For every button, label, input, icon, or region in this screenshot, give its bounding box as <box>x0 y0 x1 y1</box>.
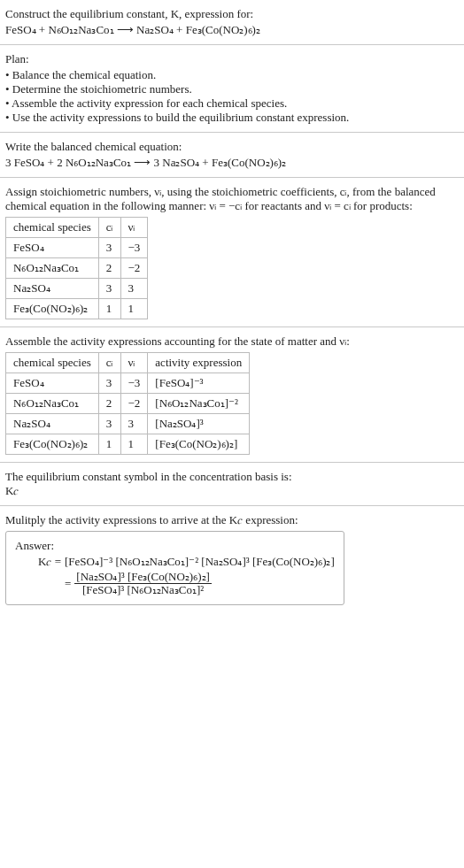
table-row: N₆O₁₂Na₃Co₁ 2 −2 [N₆O₁₂Na₃Co₁]⁻² <box>6 394 250 414</box>
cell-species: FeSO₄ <box>6 238 99 258</box>
equals-sign: = <box>65 577 71 591</box>
table-row: Fe₃(Co(NO₂)₆)₂ 1 1 [Fe₃(Co(NO₂)₆)₂] <box>6 434 250 455</box>
cell-ci: 1 <box>98 434 120 455</box>
answer-section: Mulitply the activity expressions to arr… <box>0 506 464 612</box>
fraction-numerator: [Na₂SO₄]³ [Fe₃(Co(NO₂)₆)₂] <box>74 571 212 584</box>
cell-activity: [Fe₃(Co(NO₂)₆)₂] <box>148 434 250 455</box>
stoich-table: chemical species cᵢ νᵢ FeSO₄ 3 −3 N₆O₁₂N… <box>5 217 148 319</box>
kc-rhs: [FeSO₄]⁻³ [N₆O₁₂Na₃Co₁]⁻² [Na₂SO₄]³ [Fe₃… <box>65 555 335 597</box>
cell-vi: −3 <box>120 238 148 258</box>
plan-title: Plan: <box>5 52 459 66</box>
cell-ci: 3 <box>98 279 120 299</box>
activity-intro: Assemble the activity expressions accoun… <box>5 334 459 349</box>
col-vi: νᵢ <box>120 218 148 238</box>
balanced-section: Write the balanced chemical equation: 3 … <box>0 133 464 178</box>
table-row: N₆O₁₂Na₃Co₁ 2 −2 <box>6 258 148 279</box>
cell-species: Fe₃(Co(NO₂)₆)₂ <box>6 434 99 455</box>
unbalanced-equation: FeSO₄ + N₆O₁₂Na₃Co₁ ⟶ Na₂SO₄ + Fe₃(Co(NO… <box>5 23 459 37</box>
col-vi: νᵢ <box>120 353 148 373</box>
kc-product-form: [FeSO₄]⁻³ [N₆O₁₂Na₃Co₁]⁻² [Na₂SO₄]³ [Fe₃… <box>65 555 335 569</box>
cell-vi: 3 <box>120 279 148 299</box>
col-ci: cᵢ <box>98 218 120 238</box>
plan-list: Balance the chemical equation. Determine… <box>5 68 459 125</box>
cell-species: N₆O₁₂Na₃Co₁ <box>6 394 99 414</box>
cell-ci: 3 <box>98 238 120 258</box>
table-header-row: chemical species cᵢ νᵢ activity expressi… <box>6 353 250 373</box>
activity-section: Assemble the activity expressions accoun… <box>0 327 464 463</box>
table-row: Na₂SO₄ 3 3 [Na₂SO₄]³ <box>6 414 250 434</box>
col-ci: cᵢ <box>98 353 120 373</box>
kc-fraction-row: = [Na₂SO₄]³ [Fe₃(Co(NO₂)₆)₂] [FeSO₄]³ [N… <box>65 571 335 597</box>
table-row: FeSO₄ 3 −3 <box>6 238 148 258</box>
cell-species: FeSO₄ <box>6 373 99 394</box>
col-activity: activity expression <box>148 353 250 373</box>
cell-species: Fe₃(Co(NO₂)₆)₂ <box>6 299 99 319</box>
symbol-intro: The equilibrium constant symbol in the c… <box>5 470 459 484</box>
cell-species: Na₂SO₄ <box>6 279 99 299</box>
cell-species: Na₂SO₄ <box>6 414 99 434</box>
table-row: Fe₃(Co(NO₂)₆)₂ 1 1 <box>6 299 148 319</box>
prompt-section: Construct the equilibrium constant, K, e… <box>0 0 464 45</box>
answer-expression: K𝑐 = [FeSO₄]⁻³ [N₆O₁₂Na₃Co₁]⁻² [Na₂SO₄]³… <box>38 555 335 597</box>
col-species: chemical species <box>6 353 99 373</box>
cell-ci: 2 <box>98 394 120 414</box>
cell-vi: 3 <box>120 414 148 434</box>
kc-fraction: [Na₂SO₄]³ [Fe₃(Co(NO₂)₆)₂] [FeSO₄]³ [N₆O… <box>74 571 212 597</box>
col-species: chemical species <box>6 218 99 238</box>
plan-item: Assemble the activity expression for eac… <box>5 96 459 111</box>
balanced-equation: 3 FeSO₄ + 2 N₆O₁₂Na₃Co₁ ⟶ 3 Na₂SO₄ + Fe₃… <box>5 156 459 170</box>
kc-lhs: K𝑐 = <box>38 555 61 569</box>
cell-ci: 1 <box>98 299 120 319</box>
symbol-value: K𝑐 <box>5 484 459 498</box>
fraction-denominator: [FeSO₄]³ [N₆O₁₂Na₃Co₁]² <box>81 584 205 596</box>
plan-item: Determine the stoichiometric numbers. <box>5 82 459 96</box>
stoich-section: Assign stoichiometric numbers, νᵢ, using… <box>0 178 464 327</box>
cell-ci: 3 <box>98 373 120 394</box>
activity-table: chemical species cᵢ νᵢ activity expressi… <box>5 352 250 455</box>
stoich-intro: Assign stoichiometric numbers, νᵢ, using… <box>5 185 459 213</box>
multiply-intro: Mulitply the activity expressions to arr… <box>5 513 459 527</box>
prompt-text: Construct the equilibrium constant, K, e… <box>5 7 459 21</box>
cell-ci: 2 <box>98 258 120 279</box>
cell-vi: −2 <box>120 394 148 414</box>
cell-species: N₆O₁₂Na₃Co₁ <box>6 258 99 279</box>
table-header-row: chemical species cᵢ νᵢ <box>6 218 148 238</box>
cell-activity: [FeSO₄]⁻³ <box>148 373 250 394</box>
plan-item: Use the activity expressions to build th… <box>5 111 459 125</box>
plan-section: Plan: Balance the chemical equation. Det… <box>0 45 464 133</box>
table-row: FeSO₄ 3 −3 [FeSO₄]⁻³ <box>6 373 250 394</box>
cell-vi: 1 <box>120 299 148 319</box>
answer-box: Answer: K𝑐 = [FeSO₄]⁻³ [N₆O₁₂Na₃Co₁]⁻² [… <box>5 531 344 605</box>
cell-vi: 1 <box>120 434 148 455</box>
answer-label: Answer: <box>15 539 335 553</box>
cell-ci: 3 <box>98 414 120 434</box>
plan-item: Balance the chemical equation. <box>5 68 459 82</box>
balanced-intro: Write the balanced chemical equation: <box>5 140 459 154</box>
symbol-section: The equilibrium constant symbol in the c… <box>0 463 464 506</box>
cell-vi: −3 <box>120 373 148 394</box>
table-row: Na₂SO₄ 3 3 <box>6 279 148 299</box>
cell-vi: −2 <box>120 258 148 279</box>
cell-activity: [Na₂SO₄]³ <box>148 414 250 434</box>
cell-activity: [N₆O₁₂Na₃Co₁]⁻² <box>148 394 250 414</box>
